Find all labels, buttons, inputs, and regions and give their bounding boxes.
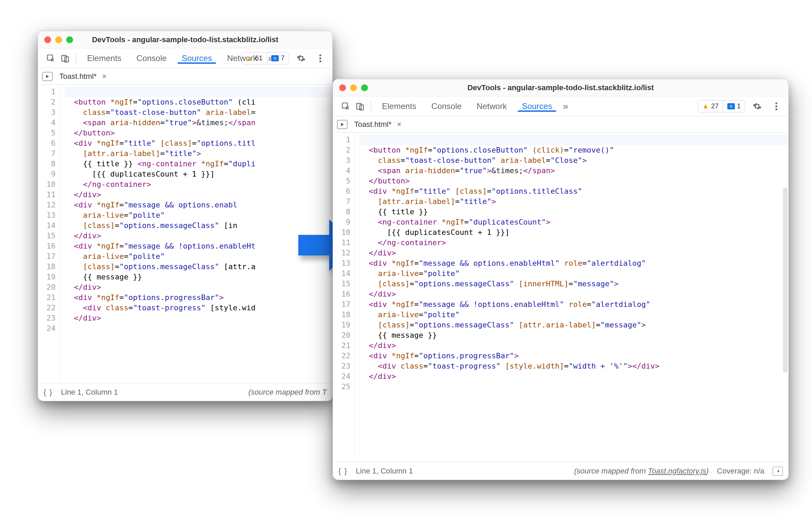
snippet-run-icon[interactable] bbox=[337, 120, 347, 129]
inspect-icon[interactable] bbox=[44, 51, 58, 65]
titlebar[interactable]: DevTools - angular-sample-todo-list.stac… bbox=[333, 79, 788, 96]
warning-icon: ▲ bbox=[246, 54, 253, 62]
window-title: DevTools - angular-sample-todo-list.stac… bbox=[92, 35, 278, 44]
info-count: 7 bbox=[281, 54, 285, 62]
device-toggle-icon[interactable] bbox=[353, 99, 367, 113]
kebab-menu-icon[interactable] bbox=[769, 99, 784, 113]
warning-count: 61 bbox=[255, 54, 263, 62]
issue-badges[interactable]: ▲27 ≡1 bbox=[698, 100, 745, 112]
traffic-lights bbox=[44, 36, 73, 43]
tab-sources[interactable]: Sources bbox=[174, 53, 219, 64]
source-map-note: (source mapped from Toast.ngfactory.js) bbox=[574, 467, 709, 476]
statusbar: { } Line 1, Column 1 (source mapped from… bbox=[333, 462, 788, 480]
warning-icon: ▲ bbox=[702, 102, 709, 110]
panel-tabs: Elements Console Network Sources » bbox=[374, 101, 571, 112]
snippet-run-icon[interactable] bbox=[42, 72, 52, 81]
inspect-icon[interactable] bbox=[338, 99, 353, 113]
devtools-toolbar: Elements Console Network Sources » ▲27 ≡… bbox=[333, 96, 788, 116]
tab-sources[interactable]: Sources bbox=[514, 101, 560, 112]
zoom-window-button[interactable] bbox=[66, 36, 73, 43]
svg-point-4 bbox=[319, 57, 321, 59]
titlebar[interactable]: DevTools - angular-sample-todo-list.stac… bbox=[38, 31, 332, 48]
svg-point-10 bbox=[775, 105, 777, 107]
traffic-lights bbox=[339, 84, 368, 91]
devtools-window-b: DevTools - angular-sample-todo-list.stac… bbox=[333, 79, 789, 480]
separator bbox=[371, 101, 371, 112]
coverage-label: Coverage: n/a bbox=[717, 467, 764, 476]
more-tabs-icon[interactable]: » bbox=[560, 101, 571, 112]
settings-gear-icon[interactable] bbox=[750, 99, 764, 113]
svg-point-9 bbox=[775, 102, 777, 104]
tab-elements[interactable]: Elements bbox=[80, 53, 129, 64]
code-content[interactable]: <button *ngIf="options.closeButton" (cli… bbox=[355, 133, 788, 462]
pretty-print-icon[interactable]: { } bbox=[338, 467, 348, 476]
line-gutter: 1234567891011121314151617181920212223242… bbox=[333, 133, 355, 462]
tab-elements[interactable]: Elements bbox=[374, 101, 424, 112]
tab-console[interactable]: Console bbox=[129, 53, 174, 64]
close-tab-icon[interactable]: × bbox=[395, 119, 404, 130]
info-icon: ≡ bbox=[727, 103, 735, 109]
tab-network[interactable]: Network bbox=[469, 101, 514, 112]
window-title: DevTools - angular-sample-todo-list.stac… bbox=[467, 83, 654, 92]
editor-tabbar: Toast.html* × bbox=[333, 116, 788, 133]
file-tab-label: Toast.html* bbox=[59, 72, 97, 81]
tab-console[interactable]: Console bbox=[424, 101, 469, 112]
svg-point-11 bbox=[775, 108, 777, 110]
file-tab[interactable]: Toast.html* × bbox=[349, 118, 406, 131]
devtools-window-a: DevTools - angular-sample-todo-list.stac… bbox=[38, 31, 333, 401]
line-gutter: 123456789101112131415161718192021222324 bbox=[38, 85, 60, 383]
svg-rect-7 bbox=[357, 103, 361, 109]
info-count: 1 bbox=[737, 102, 741, 110]
svg-point-3 bbox=[319, 54, 321, 56]
zoom-window-button[interactable] bbox=[361, 84, 368, 91]
svg-rect-1 bbox=[62, 55, 66, 61]
close-window-button[interactable] bbox=[339, 84, 346, 91]
warning-count: 27 bbox=[711, 102, 719, 110]
step-icon[interactable] bbox=[773, 467, 783, 476]
info-icon: ≡ bbox=[271, 55, 279, 61]
statusbar: { } Line 1, Column 1 (source mapped from… bbox=[38, 383, 332, 401]
code-editor[interactable]: 123456789101112131415161718192021222324 … bbox=[38, 85, 332, 383]
cursor-position: Line 1, Column 1 bbox=[356, 467, 413, 476]
devtools-toolbar: Elements Console Sources Network » ▲61 ≡… bbox=[38, 48, 332, 68]
kebab-menu-icon[interactable] bbox=[313, 51, 327, 65]
file-tab-label: Toast.html* bbox=[354, 120, 392, 129]
close-tab-icon[interactable]: × bbox=[100, 71, 109, 82]
svg-point-5 bbox=[319, 60, 321, 62]
cursor-position: Line 1, Column 1 bbox=[61, 388, 118, 397]
settings-gear-icon[interactable] bbox=[294, 51, 308, 65]
file-tab[interactable]: Toast.html* × bbox=[55, 70, 111, 83]
issue-badges[interactable]: ▲61 ≡7 bbox=[242, 52, 289, 64]
close-window-button[interactable] bbox=[44, 36, 51, 43]
code-content[interactable]: <button *ngIf="options.closeButton" (cli… bbox=[60, 85, 332, 383]
source-map-note: (source mapped from T bbox=[248, 388, 327, 397]
source-map-link[interactable]: Toast.ngfactory.js bbox=[648, 467, 706, 475]
minimize-window-button[interactable] bbox=[350, 84, 357, 91]
separator bbox=[76, 53, 76, 64]
minimize-window-button[interactable] bbox=[55, 36, 62, 43]
vertical-scrollbar[interactable] bbox=[783, 188, 788, 373]
device-toggle-icon[interactable] bbox=[58, 51, 72, 65]
editor-tabbar: Toast.html* × bbox=[38, 68, 332, 85]
code-editor[interactable]: 1234567891011121314151617181920212223242… bbox=[333, 133, 788, 462]
pretty-print-icon[interactable]: { } bbox=[44, 388, 53, 397]
